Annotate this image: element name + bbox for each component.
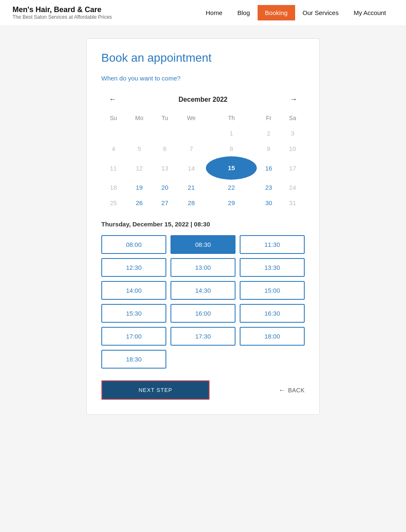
calendar-day: 10 — [281, 141, 305, 156]
calendar-day — [101, 125, 125, 141]
time-slot-button[interactable]: 16:30 — [240, 304, 305, 323]
time-slot-button[interactable]: 08:00 — [101, 235, 166, 254]
calendar-day: 18 — [101, 180, 125, 195]
calendar-day: 6 — [153, 141, 177, 156]
day-header-we: We — [177, 112, 206, 125]
calendar-day[interactable]: 21 — [177, 180, 206, 195]
calendar-day: 13 — [153, 156, 177, 180]
calendar-day: 1 — [206, 125, 257, 141]
day-header-su: Su — [101, 112, 125, 125]
selected-date-label: Thursday, December 15, 2022 | 08:30 — [101, 221, 305, 228]
calendar-grid: Su Mo Tu We Th Fr Sa 1234567891011121314… — [101, 112, 305, 211]
time-slot-button[interactable]: 12:30 — [101, 258, 166, 277]
booking-title: Book an appointment — [101, 51, 305, 65]
time-slot-button[interactable]: 13:30 — [240, 258, 305, 277]
calendar-day[interactable]: 30 — [257, 195, 281, 211]
time-slot-button[interactable]: 16:00 — [170, 304, 236, 323]
calendar-day — [125, 125, 153, 141]
calendar-day: 17 — [281, 156, 305, 180]
site-title: Men's Hair, Beard & Care — [13, 5, 112, 14]
nav-my-account[interactable]: My Account — [346, 5, 393, 20]
calendar-day: 14 — [177, 156, 206, 180]
page-wrapper: Book an appointment When do you want to … — [0, 26, 406, 427]
time-slots-grid: 08:0008:3011:3012:3013:0013:3014:0014:30… — [101, 235, 305, 369]
calendar: ← December 2022 → Su Mo Tu We Th Fr Sa — [101, 93, 305, 211]
time-slot-button[interactable]: 18:00 — [240, 327, 305, 346]
nav-blog[interactable]: Blog — [230, 5, 258, 20]
calendar-next-button[interactable]: → — [286, 93, 301, 105]
calendar-day: 25 — [101, 195, 125, 211]
booking-subtitle: When do you want to come? — [101, 75, 305, 82]
day-header-mo: Mo — [125, 112, 153, 125]
calendar-day[interactable]: 22 — [206, 180, 257, 195]
back-button[interactable]: ← BACK — [278, 386, 305, 394]
site-header: Men's Hair, Beard & Care The Best Salon … — [0, 0, 406, 26]
calendar-day: 7 — [177, 141, 206, 156]
calendar-day — [177, 125, 206, 141]
nav-our-services[interactable]: Our Services — [295, 5, 346, 20]
calendar-day[interactable]: 20 — [153, 180, 177, 195]
calendar-day[interactable]: 16 — [257, 156, 281, 180]
site-tagline: The Best Salon Services at Affordable Pr… — [13, 14, 112, 20]
calendar-day: 5 — [125, 141, 153, 156]
day-header-tu: Tu — [153, 112, 177, 125]
calendar-day[interactable]: 28 — [177, 195, 206, 211]
time-slot-button[interactable]: 18:30 — [101, 350, 166, 369]
back-label: BACK — [288, 387, 305, 394]
calendar-day[interactable]: 27 — [153, 195, 177, 211]
booking-card: Book an appointment When do you want to … — [86, 38, 320, 415]
day-header-fr: Fr — [257, 112, 281, 125]
time-slot-button[interactable]: 17:00 — [101, 327, 166, 346]
calendar-header: ← December 2022 → — [101, 93, 305, 105]
back-arrow-icon: ← — [278, 386, 286, 394]
time-slot-button[interactable]: 13:00 — [170, 258, 236, 277]
calendar-day: 8 — [206, 141, 257, 156]
day-header-th: Th — [206, 112, 257, 125]
calendar-month-label: December 2022 — [178, 96, 227, 103]
site-brand: Men's Hair, Beard & Care The Best Salon … — [13, 5, 112, 20]
calendar-day: 3 — [281, 125, 305, 141]
day-header-sa: Sa — [281, 112, 305, 125]
time-slot-button[interactable]: 14:30 — [170, 281, 236, 300]
calendar-day[interactable]: 19 — [125, 180, 153, 195]
calendar-day: 12 — [125, 156, 153, 180]
calendar-day[interactable]: 15 — [206, 156, 257, 180]
time-slot-button[interactable]: 15:00 — [240, 281, 305, 300]
nav-booking[interactable]: Booking — [258, 5, 295, 20]
booking-footer: NEXT STEP ← BACK — [101, 380, 305, 400]
calendar-day: 4 — [101, 141, 125, 156]
time-slot-button[interactable]: 17:30 — [170, 327, 236, 346]
calendar-day: 2 — [257, 125, 281, 141]
calendar-prev-button[interactable]: ← — [105, 93, 120, 105]
calendar-day: 11 — [101, 156, 125, 180]
calendar-day: 31 — [281, 195, 305, 211]
calendar-day — [153, 125, 177, 141]
nav-home[interactable]: Home — [198, 5, 230, 20]
calendar-day: 9 — [257, 141, 281, 156]
calendar-day[interactable]: 23 — [257, 180, 281, 195]
calendar-day: 24 — [281, 180, 305, 195]
main-nav: Home Blog Booking Our Services My Accoun… — [198, 5, 393, 20]
calendar-day[interactable]: 26 — [125, 195, 153, 211]
time-slot-button[interactable]: 15:30 — [101, 304, 166, 323]
time-slot-button[interactable]: 11:30 — [240, 235, 305, 254]
calendar-day[interactable]: 29 — [206, 195, 257, 211]
next-step-button[interactable]: NEXT STEP — [101, 380, 210, 400]
time-slot-button[interactable]: 08:30 — [170, 235, 236, 254]
time-slot-button[interactable]: 14:00 — [101, 281, 166, 300]
